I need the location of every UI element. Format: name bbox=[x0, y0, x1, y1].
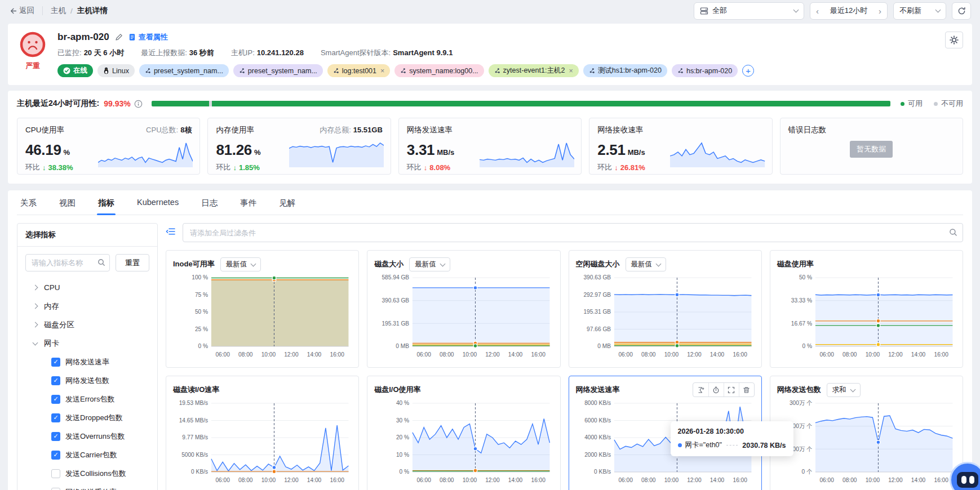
edit-name-button[interactable] bbox=[115, 33, 123, 41]
trend-label: 环比 bbox=[25, 162, 40, 172]
chart-tooltip: 2026-01-28 10:30:00网卡="eth0"2030.78 KB/s bbox=[671, 421, 793, 456]
checkbox[interactable]: ✓ bbox=[51, 358, 60, 367]
add-tag-button[interactable]: + bbox=[742, 65, 754, 77]
view-properties-link[interactable]: 查看属性 bbox=[128, 32, 168, 42]
view-properties-label: 查看属性 bbox=[139, 32, 168, 42]
host-tag[interactable]: Linux bbox=[97, 64, 135, 77]
kpi-card[interactable]: 错误日志数暂无数据 bbox=[780, 118, 963, 175]
host-tag[interactable]: log:test001× bbox=[327, 64, 390, 77]
checkbox[interactable] bbox=[51, 469, 60, 478]
metric-item-发送Overruns包数[interactable]: ✓发送Overruns包数 bbox=[17, 427, 157, 446]
tree-group-磁盘分区[interactable]: 磁盘分区 bbox=[17, 315, 157, 334]
tag-label: Linux bbox=[112, 67, 129, 75]
chart-card-网络发送包数[interactable]: 网络发送包数求和300万 个200万 个100万 个0 个06:0008:001… bbox=[770, 376, 963, 490]
metric-item-网络发送包数[interactable]: ✓网络发送包数 bbox=[17, 371, 157, 390]
host-tag[interactable]: preset_system_nam... bbox=[139, 64, 229, 77]
remove-tag-icon[interactable]: × bbox=[380, 67, 384, 75]
checkbox[interactable]: ✓ bbox=[51, 413, 60, 422]
svg-text:14:00: 14:00 bbox=[307, 477, 322, 483]
svg-text:06:00: 06:00 bbox=[215, 477, 230, 483]
checkbox[interactable]: ✓ bbox=[51, 395, 60, 404]
metric-label: 网络发送重传率 bbox=[65, 487, 117, 490]
tab-指标[interactable]: 指标 bbox=[97, 190, 116, 215]
svg-text:12:00: 12:00 bbox=[485, 477, 500, 483]
chart-plot[interactable]: 100 %75 %50 %25 %0 %06:0008:0010:0012:00… bbox=[173, 272, 352, 366]
sum-icon[interactable] bbox=[693, 383, 708, 397]
metric-item-网络发送重传率[interactable]: 网络发送重传率 bbox=[17, 483, 157, 490]
remove-tag-icon[interactable]: × bbox=[569, 67, 573, 75]
svg-text:08:00: 08:00 bbox=[641, 351, 656, 358]
chart-card-磁盘I/O使用率[interactable]: 磁盘I/O使用率40 %30 %20 %10 %0 %06:0008:0010:… bbox=[367, 376, 560, 490]
tree-group-label: 内存 bbox=[44, 301, 59, 311]
kpi-card[interactable]: 内存使用率内存总额:15.51GB81.26%环比↓1.85% bbox=[207, 118, 391, 175]
kpi-card[interactable]: CPU使用率CPU总数:8核46.19%环比↓38.38% bbox=[17, 118, 200, 175]
aggregation-select[interactable]: 最新值 bbox=[220, 257, 261, 271]
scope-select[interactable]: 全部 bbox=[694, 2, 804, 20]
host-tag[interactable]: zytest-event1:主机2× bbox=[489, 64, 579, 77]
chart-card-Inode可用率[interactable]: Inode可用率最新值100 %75 %50 %25 %0 %06:0008:0… bbox=[166, 250, 359, 368]
chart-card-空闲磁盘大小[interactable]: 空闲磁盘大小最新值390.63 GB292.97 GB195.31 GB97.6… bbox=[569, 250, 762, 368]
tab-日志[interactable]: 日志 bbox=[200, 190, 219, 215]
chart-plot[interactable]: 50 %33.33 %16.67 %0 %06:0008:0010:0012:0… bbox=[777, 272, 956, 366]
chart-card-网络发送速率[interactable]: 网络发送速率8000 KB/s6000 KB/s4000 KB/s2000 KB… bbox=[569, 376, 762, 490]
breadcrumb-parent[interactable]: 主机 bbox=[51, 6, 66, 16]
tag-icon bbox=[333, 68, 339, 74]
trend-value: 8.08% bbox=[429, 163, 450, 172]
availability-bar[interactable] bbox=[152, 101, 890, 106]
stopwatch-icon[interactable] bbox=[708, 383, 724, 397]
reset-button[interactable]: 重置 bbox=[116, 254, 149, 271]
info-icon[interactable] bbox=[134, 100, 143, 108]
chart-plot[interactable]: 19.53 MB/s14.65 MB/s9.77 MB/s5000 KB/s0 … bbox=[173, 398, 352, 490]
host-tag[interactable]: 测试hs1:br-apm-020 bbox=[583, 64, 667, 77]
search-icon bbox=[97, 259, 105, 269]
chart-header: 空闲磁盘大小最新值 bbox=[576, 256, 755, 272]
metric-item-发送Dropped包数[interactable]: ✓发送Dropped包数 bbox=[17, 408, 157, 427]
metric-item-发送Errors包数[interactable]: ✓发送Errors包数 bbox=[17, 390, 157, 408]
chart-card-磁盘使用率[interactable]: 磁盘使用率50 %33.33 %16.67 %0 %06:0008:0010:0… bbox=[770, 250, 963, 368]
checkbox[interactable] bbox=[51, 488, 60, 490]
chart-plot[interactable]: 585.94 GB390.63 GB195.31 GB0 MB06:0008:0… bbox=[374, 272, 553, 366]
checkbox[interactable]: ✓ bbox=[51, 432, 60, 441]
aggregation-select[interactable]: 最新值 bbox=[626, 257, 667, 271]
metric-item-网络发送速率[interactable]: ✓网络发送速率 bbox=[17, 353, 157, 371]
tree-group-网卡[interactable]: 网卡 bbox=[17, 334, 157, 353]
tab-见解[interactable]: 见解 bbox=[278, 190, 296, 215]
tab-视图[interactable]: 视图 bbox=[58, 190, 77, 215]
aggregation-select[interactable]: 最新值 bbox=[409, 257, 450, 271]
tree-group-内存[interactable]: 内存 bbox=[17, 297, 157, 315]
host-tag[interactable]: 在线 bbox=[57, 64, 93, 77]
time-range-value[interactable]: 最近12小时 bbox=[830, 6, 867, 16]
global-filter-input[interactable] bbox=[183, 223, 963, 242]
tab-事件[interactable]: 事件 bbox=[239, 190, 258, 215]
time-prev-button[interactable]: ‹ bbox=[816, 7, 819, 15]
host-settings-button[interactable] bbox=[945, 32, 963, 48]
metric-item-发送Collisions包数[interactable]: 发送Collisions包数 bbox=[17, 464, 157, 483]
back-button[interactable]: 返回 bbox=[9, 6, 34, 16]
tag-icon bbox=[400, 68, 406, 74]
chart-plot[interactable]: 40 %30 %20 %10 %0 %06:0008:0010:0012:001… bbox=[374, 398, 553, 490]
chart-card-磁盘大小[interactable]: 磁盘大小最新值585.94 GB390.63 GB195.31 GB0 MB06… bbox=[367, 250, 560, 368]
chart-card-磁盘读I/O速率[interactable]: 磁盘读I/O速率19.53 MB/s14.65 MB/s9.77 MB/s500… bbox=[166, 376, 359, 490]
kpi-card[interactable]: 网络接收速率2.51MB/s环比↓26.81% bbox=[589, 118, 772, 175]
host-tag[interactable]: hs:br-apm-020 bbox=[672, 64, 738, 77]
tag-label: preset_system_nam... bbox=[154, 67, 223, 75]
tab-关系[interactable]: 关系 bbox=[19, 190, 38, 215]
svg-text:40 %: 40 % bbox=[396, 400, 409, 406]
trash-icon[interactable] bbox=[739, 383, 754, 397]
refresh-mode-select[interactable]: 不刷新 bbox=[893, 2, 946, 20]
time-next-button[interactable]: › bbox=[879, 7, 881, 15]
refresh-button[interactable] bbox=[952, 2, 971, 20]
checkbox[interactable]: ✓ bbox=[51, 376, 60, 385]
kpi-card[interactable]: 网络发送速率3.31MB/s环比↓8.08% bbox=[398, 118, 582, 175]
filter-icon[interactable] bbox=[166, 227, 176, 238]
chart-plot[interactable]: 390.63 GB292.97 GB195.31 GB97.66 GB0 MB0… bbox=[576, 272, 755, 366]
checkbox[interactable]: ✓ bbox=[51, 451, 60, 460]
chart-plot[interactable]: 300万 个200万 个100万 个0 个06:0008:0010:0012:0… bbox=[777, 398, 956, 490]
fullscreen-icon[interactable] bbox=[724, 383, 739, 397]
tab-Kubernetes[interactable]: Kubernetes bbox=[136, 190, 180, 215]
host-tag[interactable]: system_name:log00... bbox=[394, 64, 484, 77]
tree-group-CPU[interactable]: CPU bbox=[17, 278, 157, 297]
aggregation-select[interactable]: 求和 bbox=[827, 383, 861, 397]
host-tag[interactable]: preset_system_nam... bbox=[233, 64, 323, 77]
metric-item-发送Carrier包数[interactable]: ✓发送Carrier包数 bbox=[17, 446, 157, 464]
